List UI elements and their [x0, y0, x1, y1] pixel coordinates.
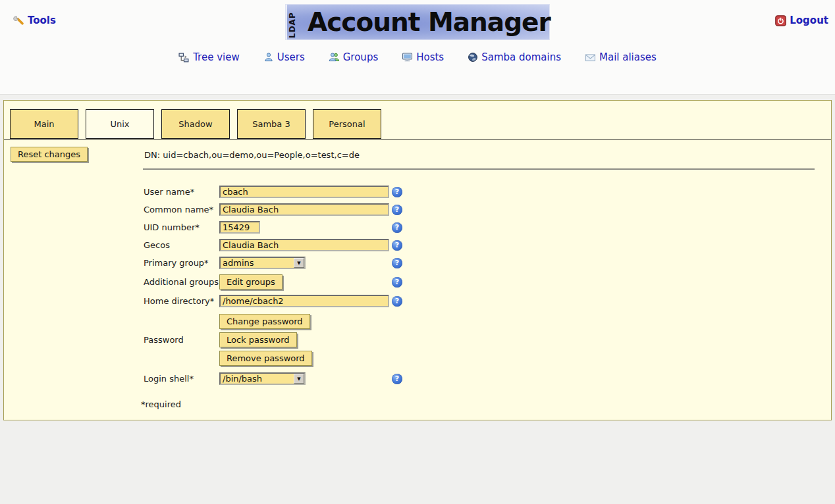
additional-groups-label: Additional groups — [144, 277, 219, 287]
help-icon[interactable]: ? — [392, 258, 402, 268]
nav-tree-view-label: Tree view — [193, 51, 240, 63]
tree-icon — [178, 52, 190, 63]
row-common-name: Common name* ? — [144, 203, 831, 216]
nav-mail-aliases[interactable]: Mail aliases — [585, 51, 657, 63]
nav-tree-view[interactable]: Tree view — [178, 51, 240, 63]
nav-hosts[interactable]: Hosts — [402, 51, 444, 63]
logo-title: Account Manager — [300, 7, 551, 37]
nav-groups-label: Groups — [343, 51, 378, 63]
help-icon[interactable]: ? — [392, 187, 402, 197]
primary-group-select[interactable]: admins ▼ — [219, 257, 306, 269]
remove-password-button[interactable]: Remove password — [219, 351, 312, 366]
user-name-label: User name* — [144, 187, 219, 197]
tab-bar: Main Unix Shadow Samba 3 Personal — [4, 101, 831, 139]
app-header: Tools LDAP Account Manager Logout — [0, 0, 835, 95]
group-icon — [329, 52, 340, 63]
main-nav: Tree view Users Groups — [0, 51, 835, 63]
user-name-input[interactable] — [219, 186, 389, 198]
nav-samba-domains[interactable]: Samba domains — [468, 51, 561, 63]
help-icon[interactable]: ? — [392, 277, 402, 288]
nav-users-label: Users — [277, 51, 305, 63]
logout-label: Logout — [790, 14, 828, 26]
unix-form: User name* ? Common name* ? UID number* … — [144, 186, 831, 409]
help-icon[interactable]: ? — [392, 222, 402, 233]
power-icon — [775, 15, 786, 26]
user-icon — [263, 52, 274, 63]
row-password: Password Change password Lock password R… — [144, 314, 831, 366]
login-shell-label: Login shell* — [144, 374, 219, 384]
help-icon[interactable]: ? — [392, 296, 402, 307]
required-note: *required — [141, 399, 831, 409]
envelope-icon — [585, 53, 596, 63]
login-shell-select[interactable]: /bin/bash ▼ — [219, 372, 306, 385]
logo-vertical-text: LDAP — [286, 5, 300, 39]
reset-changes-button[interactable]: Reset changes — [11, 147, 88, 162]
chevron-down-icon[interactable]: ▼ — [294, 258, 304, 268]
tab-main[interactable]: Main — [10, 109, 78, 139]
row-additional-groups: Additional groups Edit groups ? — [144, 274, 831, 290]
tab-samba3[interactable]: Samba 3 — [237, 109, 306, 139]
row-primary-group: Primary group* admins ▼ ? — [144, 257, 831, 269]
row-login-shell: Login shell* /bin/bash ▼ ? — [144, 372, 831, 385]
tools-label: Tools — [28, 14, 56, 26]
password-buttons: Change password Lock password Remove pas… — [219, 314, 312, 366]
row-gecos: Gecos ? — [144, 239, 831, 251]
nav-samba-domains-label: Samba domains — [481, 51, 561, 63]
lock-password-button[interactable]: Lock password — [219, 332, 297, 347]
password-label: Password — [144, 335, 219, 345]
common-name-input[interactable] — [219, 203, 389, 216]
row-uid-number: UID number* ? — [144, 221, 831, 234]
edit-groups-button[interactable]: Edit groups — [219, 274, 283, 290]
globe-icon — [468, 52, 478, 63]
home-directory-input[interactable] — [219, 295, 389, 307]
tab-unix[interactable]: Unix — [86, 109, 154, 139]
wrench-icon — [13, 15, 24, 26]
primary-group-value: admins — [221, 258, 294, 268]
login-shell-value: /bin/bash — [221, 374, 294, 384]
nav-mail-aliases-label: Mail aliases — [599, 51, 657, 63]
tab-personal[interactable]: Personal — [313, 109, 381, 139]
nav-users[interactable]: Users — [263, 51, 305, 63]
help-icon[interactable]: ? — [392, 374, 402, 384]
primary-group-label: Primary group* — [144, 258, 219, 268]
gecos-input[interactable] — [219, 239, 389, 251]
account-panel: Main Unix Shadow Samba 3 Personal Reset … — [3, 100, 832, 420]
row-home-directory: Home directory* ? — [144, 295, 831, 307]
uid-number-input[interactable] — [219, 221, 260, 234]
tab-shadow[interactable]: Shadow — [161, 109, 230, 139]
nav-groups[interactable]: Groups — [329, 51, 378, 63]
row-user-name: User name* ? — [144, 186, 831, 198]
help-icon[interactable]: ? — [392, 240, 402, 251]
common-name-label: Common name* — [144, 205, 219, 214]
chevron-down-icon[interactable]: ▼ — [294, 374, 304, 384]
tools-link[interactable]: Tools — [13, 14, 56, 26]
app-logo: LDAP Account Manager — [286, 5, 549, 39]
monitor-icon — [402, 52, 413, 63]
home-directory-label: Home directory* — [144, 296, 219, 306]
logout-button[interactable]: Logout — [775, 14, 828, 26]
dn-text: DN: uid=cbach,ou=demo,ou=People,o=test,c… — [143, 147, 815, 170]
toolbar-row: Reset changes DN: uid=cbach,ou=demo,ou=P… — [4, 147, 831, 170]
uid-number-label: UID number* — [144, 222, 219, 232]
gecos-label: Gecos — [144, 240, 219, 250]
nav-hosts-label: Hosts — [416, 51, 444, 63]
help-icon[interactable]: ? — [392, 205, 402, 215]
change-password-button[interactable]: Change password — [219, 314, 310, 329]
